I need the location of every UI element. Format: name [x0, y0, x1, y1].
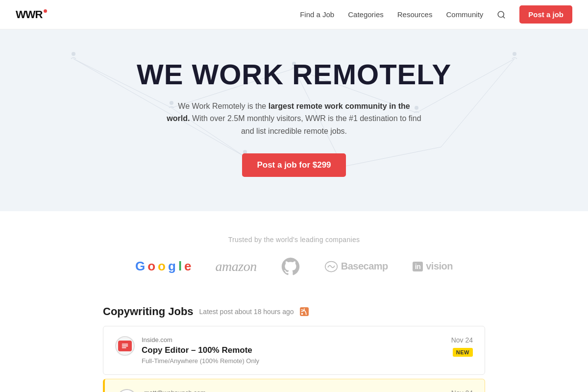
- svg-point-12: [72, 52, 75, 56]
- hero-content: WE WORK REMOTELY We Work Remotely is the…: [10, 59, 578, 177]
- svg-point-21: [301, 313, 303, 315]
- rss-icon: [300, 307, 309, 316]
- jobs-section: Copywriting Jobs Latest post about 18 ho…: [93, 295, 495, 392]
- navbar: WWR Find a Job Categories Resources Comm…: [0, 0, 588, 29]
- logo-basecamp: Basecamp: [324, 260, 388, 273]
- hero-title: WE WORK REMOTELY: [10, 59, 578, 90]
- logo-amazon: amazon: [216, 259, 257, 274]
- github-icon: [281, 257, 300, 276]
- company-logo-webpunch: [117, 389, 137, 392]
- job-date-1: Nov 24: [451, 336, 473, 344]
- job-card-body-1: Inside.com Copy Editor – 100% Remote Ful…: [142, 336, 444, 365]
- post-job-button[interactable]: Post a job: [519, 5, 572, 24]
- new-badge-1: NEW: [453, 348, 473, 357]
- hero-section: WE WORK REMOTELY We Work Remotely is the…: [0, 29, 588, 211]
- job-card-top-2: matt@webpunch.com Copy Writer/Review Res…: [117, 389, 473, 392]
- svg-rect-23: [122, 345, 128, 346]
- job-card-right-1: Nov 24 NEW: [451, 336, 473, 357]
- job-card-2[interactable]: matt@webpunch.com Copy Writer/Review Res…: [103, 379, 485, 392]
- svg-rect-24: [122, 347, 126, 348]
- logo-google: Google: [135, 259, 191, 274]
- navbar-right: Find a Job Categories Resources Communit…: [300, 5, 572, 24]
- nav-categories[interactable]: Categories: [348, 10, 384, 19]
- section-title: Copywriting Jobs: [103, 305, 194, 318]
- logos-row: Google amazon Basecamp in vision: [10, 257, 578, 276]
- inside-logo-icon: [121, 342, 129, 350]
- hero-cta-button[interactable]: Post a job for $299: [242, 153, 345, 177]
- logo[interactable]: WWR: [16, 8, 42, 21]
- company-logo-inside: [115, 336, 135, 356]
- job-card-1[interactable]: Inside.com Copy Editor – 100% Remote Ful…: [103, 326, 485, 375]
- job-card-body-2: matt@webpunch.com Copy Writer/Review Res…: [144, 389, 444, 392]
- svg-line-1: [503, 16, 505, 18]
- hero-subtitle: We Work Remotely is the largest remote w…: [167, 100, 421, 138]
- jobs-section-header: Copywriting Jobs Latest post about 18 ho…: [103, 305, 485, 318]
- job-card-top-1: Inside.com Copy Editor – 100% Remote Ful…: [115, 336, 473, 365]
- svg-point-16: [513, 52, 516, 56]
- job-card-right-2: Nov 24 NEW: [451, 389, 473, 392]
- search-icon: [497, 10, 506, 19]
- trusted-section: Trusted by the world's leading companies…: [0, 211, 588, 295]
- trusted-title: Trusted by the world's leading companies: [10, 236, 578, 244]
- company-name-1: Inside.com: [142, 336, 444, 343]
- logo-github: [281, 257, 300, 276]
- search-button[interactable]: [497, 10, 506, 19]
- logo-dot: [44, 9, 47, 13]
- svg-rect-22: [122, 343, 128, 344]
- basecamp-icon: [324, 260, 338, 273]
- company-name-2: matt@webpunch.com: [144, 389, 444, 392]
- nav-find-job[interactable]: Find a Job: [300, 10, 334, 19]
- job-title-1: Copy Editor – 100% Remote: [142, 345, 444, 355]
- latest-post-label: Latest post about 18 hours ago: [199, 308, 294, 316]
- nav-community[interactable]: Community: [446, 10, 483, 19]
- nav-resources[interactable]: Resources: [397, 10, 433, 19]
- logo-invision: in vision: [413, 261, 453, 272]
- job-date-2: Nov 24: [451, 389, 473, 392]
- job-meta-1: Full-Time/Anywhere (100% Remote) Only: [142, 357, 444, 365]
